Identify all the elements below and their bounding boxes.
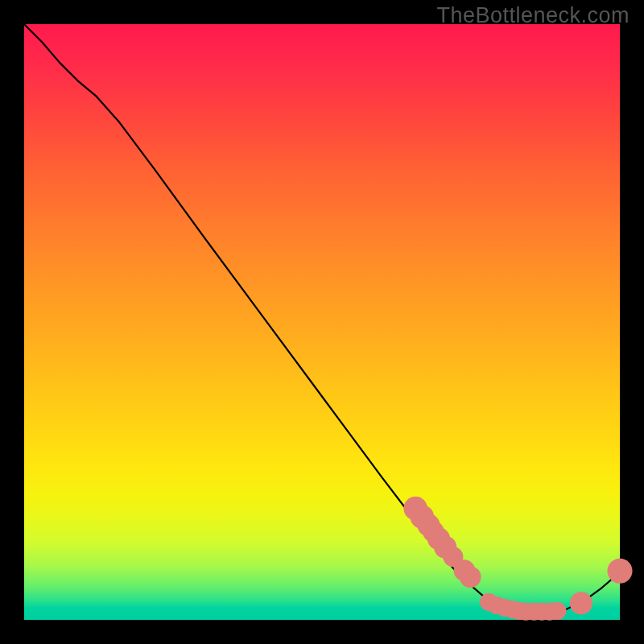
chart-frame: TheBottleneck.com: [0, 0, 644, 644]
chart-svg: [24, 24, 620, 620]
data-marker: [607, 559, 632, 584]
data-marker: [570, 592, 592, 614]
data-marker: [460, 566, 481, 588]
data-markers: [403, 497, 632, 621]
data-marker: [548, 602, 566, 620]
bottleneck-curve: [24, 24, 620, 615]
